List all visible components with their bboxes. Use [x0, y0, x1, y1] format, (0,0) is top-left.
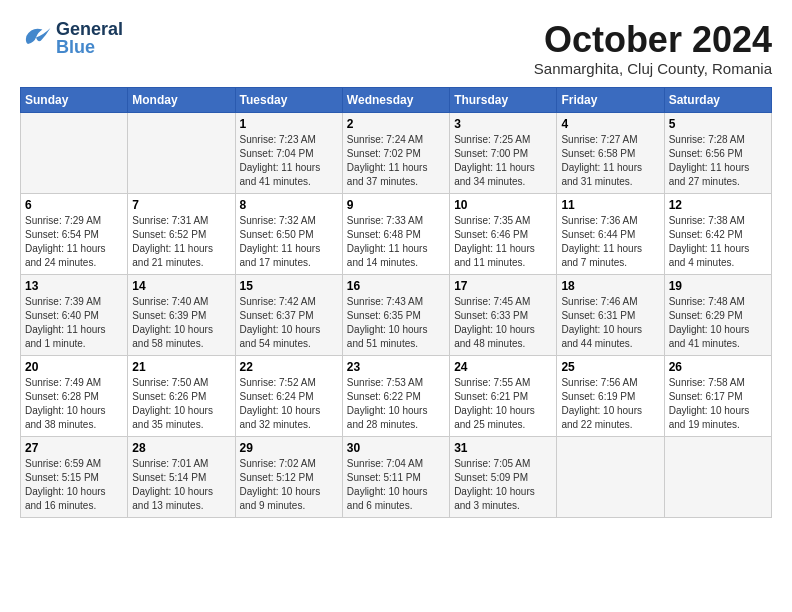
day-number: 14: [132, 279, 230, 293]
day-cell: 5Sunrise: 7:28 AM Sunset: 6:56 PM Daylig…: [664, 112, 771, 193]
day-info: Sunrise: 7:50 AM Sunset: 6:26 PM Dayligh…: [132, 376, 230, 432]
day-info: Sunrise: 7:31 AM Sunset: 6:52 PM Dayligh…: [132, 214, 230, 270]
week-row-3: 13Sunrise: 7:39 AM Sunset: 6:40 PM Dayli…: [21, 274, 772, 355]
day-number: 5: [669, 117, 767, 131]
day-info: Sunrise: 7:39 AM Sunset: 6:40 PM Dayligh…: [25, 295, 123, 351]
day-cell: 10Sunrise: 7:35 AM Sunset: 6:46 PM Dayli…: [450, 193, 557, 274]
week-row-2: 6Sunrise: 7:29 AM Sunset: 6:54 PM Daylig…: [21, 193, 772, 274]
day-cell: 2Sunrise: 7:24 AM Sunset: 7:02 PM Daylig…: [342, 112, 449, 193]
day-info: Sunrise: 7:02 AM Sunset: 5:12 PM Dayligh…: [240, 457, 338, 513]
day-number: 10: [454, 198, 552, 212]
day-number: 27: [25, 441, 123, 455]
col-wednesday: Wednesday: [342, 87, 449, 112]
logo-general: General: [56, 20, 123, 38]
day-cell: 15Sunrise: 7:42 AM Sunset: 6:37 PM Dayli…: [235, 274, 342, 355]
day-cell: 14Sunrise: 7:40 AM Sunset: 6:39 PM Dayli…: [128, 274, 235, 355]
day-info: Sunrise: 7:23 AM Sunset: 7:04 PM Dayligh…: [240, 133, 338, 189]
day-number: 6: [25, 198, 123, 212]
day-info: Sunrise: 7:55 AM Sunset: 6:21 PM Dayligh…: [454, 376, 552, 432]
day-number: 20: [25, 360, 123, 374]
page-header: General Blue October 2024 Sanmarghita, C…: [20, 20, 772, 77]
day-number: 11: [561, 198, 659, 212]
day-number: 17: [454, 279, 552, 293]
month-title: October 2024: [534, 20, 772, 60]
day-cell: 19Sunrise: 7:48 AM Sunset: 6:29 PM Dayli…: [664, 274, 771, 355]
day-number: 13: [25, 279, 123, 293]
day-cell: 21Sunrise: 7:50 AM Sunset: 6:26 PM Dayli…: [128, 355, 235, 436]
day-number: 25: [561, 360, 659, 374]
day-cell: 1Sunrise: 7:23 AM Sunset: 7:04 PM Daylig…: [235, 112, 342, 193]
day-cell: 6Sunrise: 7:29 AM Sunset: 6:54 PM Daylig…: [21, 193, 128, 274]
day-cell: 25Sunrise: 7:56 AM Sunset: 6:19 PM Dayli…: [557, 355, 664, 436]
day-cell: 4Sunrise: 7:27 AM Sunset: 6:58 PM Daylig…: [557, 112, 664, 193]
day-cell: 3Sunrise: 7:25 AM Sunset: 7:00 PM Daylig…: [450, 112, 557, 193]
day-number: 23: [347, 360, 445, 374]
week-row-1: 1Sunrise: 7:23 AM Sunset: 7:04 PM Daylig…: [21, 112, 772, 193]
header-row: Sunday Monday Tuesday Wednesday Thursday…: [21, 87, 772, 112]
day-cell: 16Sunrise: 7:43 AM Sunset: 6:35 PM Dayli…: [342, 274, 449, 355]
day-cell: [128, 112, 235, 193]
location-subtitle: Sanmarghita, Cluj County, Romania: [534, 60, 772, 77]
day-number: 26: [669, 360, 767, 374]
day-cell: 9Sunrise: 7:33 AM Sunset: 6:48 PM Daylig…: [342, 193, 449, 274]
day-cell: 26Sunrise: 7:58 AM Sunset: 6:17 PM Dayli…: [664, 355, 771, 436]
day-info: Sunrise: 7:36 AM Sunset: 6:44 PM Dayligh…: [561, 214, 659, 270]
day-info: Sunrise: 7:35 AM Sunset: 6:46 PM Dayligh…: [454, 214, 552, 270]
day-number: 8: [240, 198, 338, 212]
day-number: 29: [240, 441, 338, 455]
day-info: Sunrise: 7:33 AM Sunset: 6:48 PM Dayligh…: [347, 214, 445, 270]
day-number: 1: [240, 117, 338, 131]
day-number: 24: [454, 360, 552, 374]
day-cell: 13Sunrise: 7:39 AM Sunset: 6:40 PM Dayli…: [21, 274, 128, 355]
day-info: Sunrise: 7:58 AM Sunset: 6:17 PM Dayligh…: [669, 376, 767, 432]
day-info: Sunrise: 7:01 AM Sunset: 5:14 PM Dayligh…: [132, 457, 230, 513]
logo-icon: [20, 20, 52, 56]
day-cell: 31Sunrise: 7:05 AM Sunset: 5:09 PM Dayli…: [450, 436, 557, 517]
day-cell: 12Sunrise: 7:38 AM Sunset: 6:42 PM Dayli…: [664, 193, 771, 274]
day-cell: 11Sunrise: 7:36 AM Sunset: 6:44 PM Dayli…: [557, 193, 664, 274]
day-cell: 18Sunrise: 7:46 AM Sunset: 6:31 PM Dayli…: [557, 274, 664, 355]
logo-text: General Blue: [56, 20, 123, 56]
day-number: 21: [132, 360, 230, 374]
day-info: Sunrise: 7:49 AM Sunset: 6:28 PM Dayligh…: [25, 376, 123, 432]
day-info: Sunrise: 7:56 AM Sunset: 6:19 PM Dayligh…: [561, 376, 659, 432]
day-info: Sunrise: 7:29 AM Sunset: 6:54 PM Dayligh…: [25, 214, 123, 270]
day-cell: 17Sunrise: 7:45 AM Sunset: 6:33 PM Dayli…: [450, 274, 557, 355]
day-info: Sunrise: 7:28 AM Sunset: 6:56 PM Dayligh…: [669, 133, 767, 189]
day-info: Sunrise: 7:52 AM Sunset: 6:24 PM Dayligh…: [240, 376, 338, 432]
day-cell: 7Sunrise: 7:31 AM Sunset: 6:52 PM Daylig…: [128, 193, 235, 274]
day-number: 22: [240, 360, 338, 374]
day-info: Sunrise: 7:32 AM Sunset: 6:50 PM Dayligh…: [240, 214, 338, 270]
day-cell: 24Sunrise: 7:55 AM Sunset: 6:21 PM Dayli…: [450, 355, 557, 436]
day-info: Sunrise: 7:04 AM Sunset: 5:11 PM Dayligh…: [347, 457, 445, 513]
col-sunday: Sunday: [21, 87, 128, 112]
day-number: 28: [132, 441, 230, 455]
col-thursday: Thursday: [450, 87, 557, 112]
day-cell: [21, 112, 128, 193]
col-friday: Friday: [557, 87, 664, 112]
day-cell: [557, 436, 664, 517]
day-info: Sunrise: 7:24 AM Sunset: 7:02 PM Dayligh…: [347, 133, 445, 189]
day-cell: 23Sunrise: 7:53 AM Sunset: 6:22 PM Dayli…: [342, 355, 449, 436]
day-info: Sunrise: 7:48 AM Sunset: 6:29 PM Dayligh…: [669, 295, 767, 351]
day-info: Sunrise: 7:42 AM Sunset: 6:37 PM Dayligh…: [240, 295, 338, 351]
day-number: 30: [347, 441, 445, 455]
day-cell: 29Sunrise: 7:02 AM Sunset: 5:12 PM Dayli…: [235, 436, 342, 517]
col-monday: Monday: [128, 87, 235, 112]
calendar-table: Sunday Monday Tuesday Wednesday Thursday…: [20, 87, 772, 518]
calendar-body: 1Sunrise: 7:23 AM Sunset: 7:04 PM Daylig…: [21, 112, 772, 517]
day-number: 31: [454, 441, 552, 455]
day-info: Sunrise: 7:46 AM Sunset: 6:31 PM Dayligh…: [561, 295, 659, 351]
day-number: 12: [669, 198, 767, 212]
logo-blue: Blue: [56, 38, 123, 56]
day-number: 15: [240, 279, 338, 293]
day-info: Sunrise: 7:53 AM Sunset: 6:22 PM Dayligh…: [347, 376, 445, 432]
day-number: 3: [454, 117, 552, 131]
week-row-4: 20Sunrise: 7:49 AM Sunset: 6:28 PM Dayli…: [21, 355, 772, 436]
day-info: Sunrise: 7:43 AM Sunset: 6:35 PM Dayligh…: [347, 295, 445, 351]
day-cell: 27Sunrise: 6:59 AM Sunset: 5:15 PM Dayli…: [21, 436, 128, 517]
day-info: Sunrise: 7:05 AM Sunset: 5:09 PM Dayligh…: [454, 457, 552, 513]
day-cell: 20Sunrise: 7:49 AM Sunset: 6:28 PM Dayli…: [21, 355, 128, 436]
day-number: 18: [561, 279, 659, 293]
logo: General Blue: [20, 20, 123, 56]
